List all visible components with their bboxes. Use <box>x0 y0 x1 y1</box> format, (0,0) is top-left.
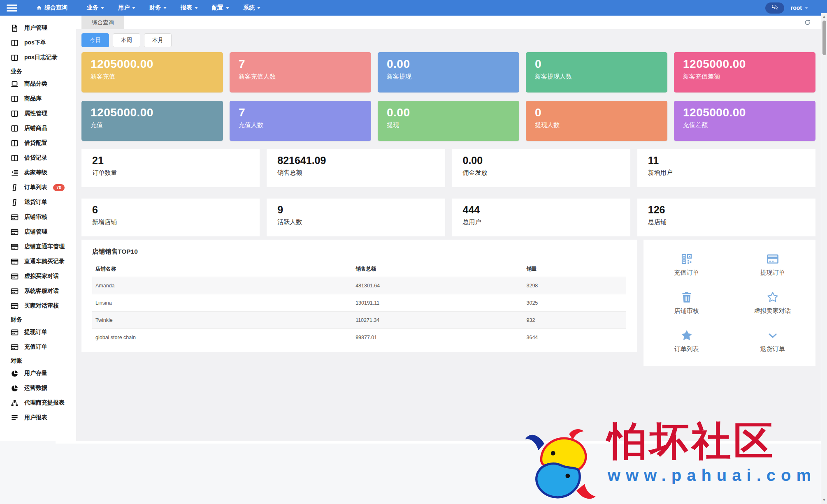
nav-menu-label: 财务 <box>149 4 161 12</box>
summary-label: 总用户 <box>463 218 620 226</box>
refresh-button[interactable] <box>804 19 811 26</box>
sidebar-item[interactable]: 用户报表 <box>0 410 76 425</box>
sidebar-item[interactable]: 系统客服对话 <box>0 284 76 298</box>
quick-action-label: 充值订单 <box>674 269 699 277</box>
quick-action[interactable]: 充值订单 <box>643 245 729 284</box>
sidebar-item[interactable]: 店铺直通车管理 <box>0 239 76 254</box>
menu-toggle-icon[interactable] <box>7 3 17 13</box>
quick-action[interactable]: 退货订单 <box>729 322 815 360</box>
stat-card: 1205000.00 新客充值差额 <box>674 52 815 92</box>
sidebar-item[interactable]: 直通车购买记录 <box>0 254 76 269</box>
sidebar-item-label: 属性管理 <box>24 110 47 117</box>
notification-badge: 70 <box>53 184 65 191</box>
sidebar-item-label: 商品分类 <box>24 80 47 88</box>
stat-value: 0.00 <box>387 106 510 119</box>
quick-action[interactable]: 订单列表 <box>643 322 729 360</box>
sidebar-item[interactable]: pos日志记录 <box>0 50 76 65</box>
sidebar-item-label: 退货订单 <box>24 199 47 206</box>
stat-cards-row-2: 1205000.00 充值 7 充值人数 0.00 提现 0 提现人数 1205… <box>81 101 815 141</box>
sidebar-item[interactable]: 借贷配置 <box>0 136 76 150</box>
summary-cards-row-2: 6 新增店铺 9 活跃人数 444 总用户 126 总店铺 <box>81 199 815 236</box>
scrollbar-thumb[interactable] <box>822 21 826 55</box>
summary-cards-row-1: 21 订单数量 821641.09 销售总额 0.00 佣金发放 11 新增用户 <box>81 149 815 187</box>
sidebar-item[interactable]: 商品库 <box>0 91 76 106</box>
sidebar-item-label: 借贷记录 <box>24 154 47 162</box>
stat-label: 提现人数 <box>535 121 658 129</box>
star-icon <box>767 291 779 303</box>
quick-action[interactable]: 店铺审核 <box>643 284 729 322</box>
table-row: global store chain 99877.01 3644 <box>92 329 626 346</box>
quick-action[interactable]: 虚拟卖家对话 <box>729 284 815 322</box>
sidebar-item-label: 卖家等级 <box>24 169 47 176</box>
tab-overview[interactable]: 综合查询 <box>81 16 124 29</box>
sidebar-section-label: 对账 <box>0 354 76 366</box>
stat-label: 提现 <box>387 121 510 129</box>
sidebar-section-label: 财务 <box>0 313 76 325</box>
cell-shop-name: Linsina <box>92 294 352 312</box>
stat-label: 充值人数 <box>239 121 362 129</box>
chevron-down-icon <box>805 7 808 9</box>
sidebar-item-label: 充值订单 <box>24 343 47 351</box>
stat-cards-row-1: 1205000.00 新客充值 7 新客充值人数 0.00 新客提现 0 新客提… <box>81 52 815 92</box>
quick-action[interactable]: 提现订单 <box>729 245 815 284</box>
filter-button[interactable]: 今日 <box>81 33 109 47</box>
vertical-scrollbar[interactable]: ▲ ▼ <box>821 13 827 504</box>
table-column-header: 店铺名称 <box>92 261 352 277</box>
sidebar-item[interactable]: 虚拟买家对话 <box>0 269 76 284</box>
sidebar-item[interactable]: 商品分类 <box>0 76 76 91</box>
stat-value: 0.00 <box>387 58 510 71</box>
nav-menu-item[interactable]: 业务 <box>80 0 111 16</box>
sidebar-item[interactable]: 提现订单 <box>0 325 76 340</box>
summary-card: 11 新增用户 <box>637 149 815 187</box>
summary-value: 21 <box>92 155 249 166</box>
sidebar-item[interactable]: 用户存量 <box>0 366 76 381</box>
sidebar-item[interactable]: 充值订单 <box>0 340 76 354</box>
nav-menu-label: 配置 <box>212 4 223 12</box>
nav-menu-item[interactable]: 报表 <box>174 0 205 16</box>
nav-brand-overview[interactable]: 综合查询 <box>36 4 67 12</box>
nav-menu-item[interactable]: 配置 <box>205 0 236 16</box>
laptop-icon <box>11 80 19 88</box>
table-icon <box>11 125 19 132</box>
sidebar-item[interactable]: 运营数据 <box>0 381 76 395</box>
sidebar-item[interactable]: 代理商充提报表 <box>0 395 76 410</box>
stat-card: 1205000.00 新客充值 <box>81 52 223 92</box>
nav-menu-item[interactable]: 系统 <box>236 0 267 16</box>
table-title: 店铺销售TOP10 <box>92 247 626 256</box>
filter-button-label: 今日 <box>90 37 101 43</box>
sidebar-item[interactable]: 借贷记录 <box>0 150 76 165</box>
user-menu[interactable]: root <box>791 5 808 11</box>
sidebar-item-label: 店铺管理 <box>24 228 47 236</box>
summary-label: 佣金发放 <box>463 169 620 177</box>
lower-panels: 店铺销售TOP10 店铺名称销售总额销量 Amanda 481301.64 32… <box>81 240 815 366</box>
sidebar-item[interactable]: 店铺管理 <box>0 224 76 239</box>
sidebar-item[interactable]: 属性管理 <box>0 106 76 121</box>
sidebar-item[interactable]: pos下单 <box>0 35 76 50</box>
sidebar-item-label: 借贷配置 <box>24 139 47 147</box>
scroll-down-icon[interactable]: ▼ <box>821 498 827 502</box>
sidebar-item[interactable]: 用户管理 <box>0 21 76 35</box>
sidebar-item[interactable]: 订单列表 70 <box>0 180 76 195</box>
sidebar-item-label: 店铺直通车管理 <box>24 243 65 250</box>
filter-button[interactable]: 本周 <box>113 33 140 47</box>
sidebar-item[interactable]: 店铺审核 <box>0 210 76 224</box>
quick-action-label: 提现订单 <box>760 269 785 277</box>
sidebar-item[interactable]: 卖家等级 <box>0 165 76 180</box>
sidebar-item-label: 财务 <box>11 316 22 323</box>
credit-card-icon <box>11 343 19 351</box>
sidebar-item[interactable]: 店铺商品 <box>0 121 76 136</box>
credit-card-icon <box>11 258 19 266</box>
sidebar-item-label: 直通车购买记录 <box>24 258 65 265</box>
sidebar-item-label: pos下单 <box>24 39 46 46</box>
scroll-up-icon[interactable]: ▲ <box>821 14 827 18</box>
chat-button[interactable] <box>765 2 784 14</box>
summary-value: 11 <box>648 155 805 166</box>
sidebar-item-label: 业务 <box>11 68 22 74</box>
cell-sales-total: 481301.64 <box>352 277 523 294</box>
table-icon <box>11 95 19 103</box>
sidebar-item[interactable]: 买家对话审核 <box>0 298 76 313</box>
nav-menu-item[interactable]: 财务 <box>142 0 174 16</box>
nav-menu-item[interactable]: 用户 <box>111 0 142 16</box>
filter-button[interactable]: 本月 <box>144 33 172 47</box>
sidebar-item[interactable]: 退货订单 <box>0 195 76 210</box>
